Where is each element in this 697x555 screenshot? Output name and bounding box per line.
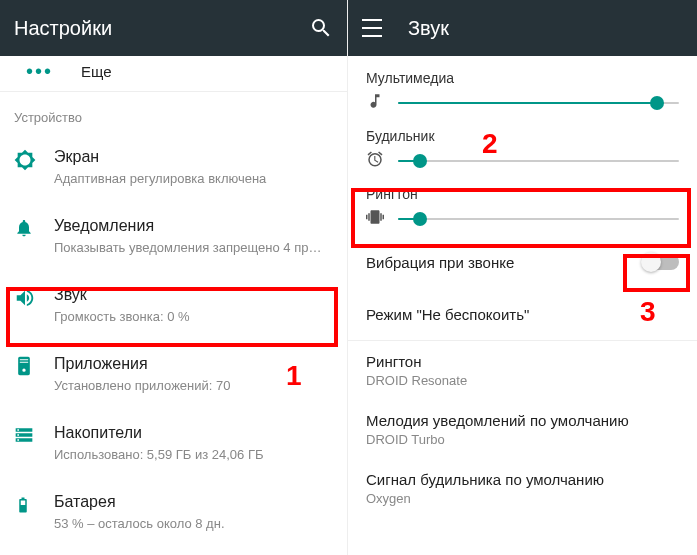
item-display-title: Экран [54, 147, 333, 168]
volume-icon [14, 285, 54, 309]
dnd-label: Режим "Не беспокоить" [366, 306, 679, 323]
item-storage[interactable]: Накопители Использовано: 5,59 ГБ из 24,0… [0, 409, 347, 478]
appbar-right-title: Звук [408, 17, 683, 40]
notif-sound-title: Мелодия уведомлений по умолчанию [366, 412, 679, 429]
alarm-sound-title: Сигнал будильника по умолчанию [366, 471, 679, 488]
settings-pane: Настройки ••• Еще Устройство Экран Адапт… [0, 0, 348, 555]
more-label: Еще [81, 63, 112, 80]
music-note-icon [366, 92, 388, 114]
item-notif-sub: Показывать уведомления запрещено 4 прило… [54, 239, 324, 257]
item-apps-sub: Установлено приложений: 70 [54, 377, 324, 395]
item-display-sub: Адаптивная регулировка включена [54, 170, 324, 188]
media-label: Мультимедиа [366, 70, 679, 86]
media-slider[interactable] [398, 102, 679, 104]
alarm-sound-value: Oxygen [366, 491, 679, 506]
media-slider-row: Мультимедиа [348, 56, 697, 120]
vibrate-label: Вибрация при звонке [366, 254, 643, 271]
bell-icon [14, 216, 54, 238]
section-device: Устройство [0, 92, 347, 133]
item-notifications[interactable]: Уведомления Показывать уведомления запре… [0, 202, 347, 271]
battery-icon [14, 492, 54, 516]
alarm-slider-row: Будильник [348, 120, 697, 178]
alarm-label: Будильник [366, 128, 679, 144]
vibrate-on-call-row[interactable]: Вибрация при звонке [348, 236, 697, 288]
item-battery[interactable]: Батарея 53 % – осталось около 8 дн. [0, 478, 347, 547]
appbar-title: Настройки [14, 17, 309, 40]
ringtone-pick-title: Рингтон [366, 353, 679, 370]
ringtone-pick-row[interactable]: Рингтон DROID Resonate [348, 341, 697, 400]
hamburger-icon[interactable] [362, 16, 386, 40]
annotation-1: 1 [286, 360, 302, 392]
appbar-right: Звук [348, 0, 697, 56]
storage-icon [14, 423, 54, 445]
ringtone-slider-row: Рингтон [348, 178, 697, 236]
vibrate-toggle[interactable] [643, 254, 679, 270]
apps-icon [14, 354, 54, 376]
alarm-slider[interactable] [398, 160, 679, 162]
appbar-left: Настройки [0, 0, 347, 56]
item-storage-sub: Использовано: 5,59 ГБ из 24,06 ГБ [54, 446, 324, 464]
annotation-3: 3 [640, 296, 656, 328]
ringtone-slider[interactable] [398, 218, 679, 220]
item-sound-sub: Громкость звонка: 0 % [54, 308, 324, 326]
item-sound-title: Звук [54, 285, 333, 306]
item-sound[interactable]: Звук Громкость звонка: 0 % [0, 271, 347, 340]
notif-sound-row[interactable]: Мелодия уведомлений по умолчанию DROID T… [348, 400, 697, 459]
notif-sound-value: DROID Turbo [366, 432, 679, 447]
item-display[interactable]: Экран Адаптивная регулировка включена [0, 133, 347, 202]
item-notif-title: Уведомления [54, 216, 333, 237]
item-battery-title: Батарея [54, 492, 333, 513]
item-storage-title: Накопители [54, 423, 333, 444]
more-row[interactable]: ••• Еще [0, 56, 347, 91]
more-icon: ••• [26, 60, 53, 83]
ringtone-label: Рингтон [366, 186, 679, 202]
item-battery-sub: 53 % – осталось около 8 дн. [54, 515, 324, 533]
annotation-2: 2 [482, 128, 498, 160]
alarm-sound-row[interactable]: Сигнал будильника по умолчанию Oxygen [348, 459, 697, 518]
search-icon[interactable] [309, 16, 333, 40]
alarm-clock-icon [366, 150, 388, 172]
ringtone-pick-value: DROID Resonate [366, 373, 679, 388]
brightness-icon [14, 147, 54, 171]
sound-pane: Звук Мультимедиа Будильник [348, 0, 697, 555]
vibrate-icon [366, 208, 388, 230]
